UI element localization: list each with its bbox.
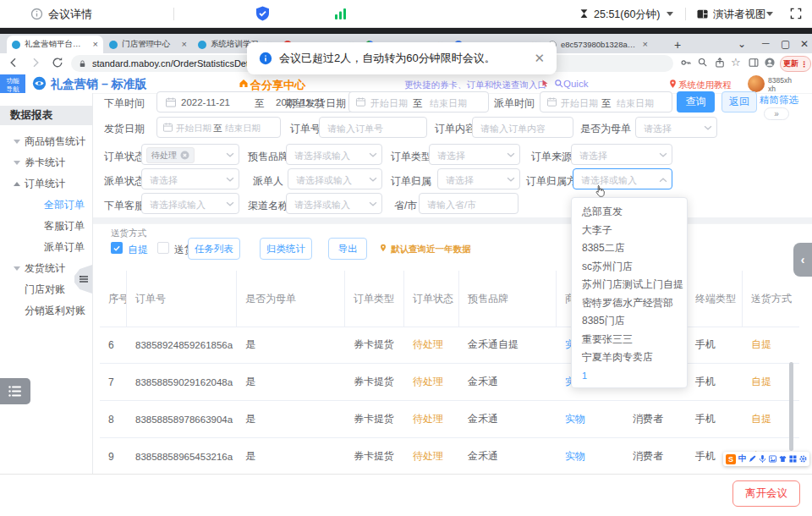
reload-icon[interactable] bbox=[51, 56, 64, 69]
shirt-icon[interactable] bbox=[779, 455, 787, 463]
dropdown-option[interactable]: 8385二店 bbox=[572, 239, 687, 258]
table-scrollbar[interactable] bbox=[789, 362, 793, 451]
pickup-checkbox[interactable] bbox=[111, 242, 123, 254]
forward-icon[interactable] bbox=[29, 56, 42, 69]
browser-update-button[interactable]: 更新⋮ bbox=[780, 56, 811, 72]
meeting-timer[interactable]: 25:51(60分钟) bbox=[594, 8, 661, 22]
collapse-filter-chevrons-icon[interactable]: » bbox=[764, 107, 789, 120]
dropdown-option[interactable]: 重要张三三 bbox=[572, 331, 687, 349]
sidebar-item[interactable]: 全部订单 bbox=[0, 195, 92, 216]
table-row[interactable]: 6 83858924859261856a 是 券卡提货 待处理 金禾通自提 实物… bbox=[100, 327, 799, 364]
function-nav-button[interactable]: 功能 导航 bbox=[0, 74, 25, 93]
zoom-icon[interactable] bbox=[697, 57, 709, 69]
back-button[interactable]: 返回 bbox=[721, 91, 757, 113]
order-source-select[interactable]: 请选择 bbox=[571, 144, 672, 165]
view-mode-button[interactable]: 演讲者视图 bbox=[713, 8, 766, 22]
browser-tab[interactable]: 礼盒营销平台管理中心 × bbox=[7, 36, 103, 53]
timer-dropdown-icon[interactable] bbox=[667, 12, 673, 16]
input-method-toolbar[interactable]: S 中 bbox=[723, 452, 809, 466]
sidebar-item[interactable]: 分销返利对账 bbox=[0, 300, 92, 321]
browser-tab[interactable]: e8c573980b1328a258fd2e6f8 × bbox=[543, 36, 653, 53]
tab-close-icon[interactable]: × bbox=[182, 40, 187, 49]
expect-date-range-input[interactable]: 开始日期 至 结束日期 bbox=[348, 91, 489, 113]
bookmark-star-icon[interactable]: ☆ bbox=[731, 56, 741, 69]
province-input[interactable]: 请输入省/市 bbox=[419, 193, 518, 214]
mic-icon[interactable] bbox=[759, 455, 766, 463]
search-button[interactable]: 查询 bbox=[677, 91, 715, 113]
share-icon[interactable] bbox=[714, 57, 726, 69]
dropdown-option[interactable]: 总部直发 bbox=[572, 203, 687, 222]
profile-avatar-icon[interactable] bbox=[764, 57, 776, 69]
sogou-logo[interactable]: S bbox=[726, 454, 736, 464]
key-icon[interactable] bbox=[680, 57, 692, 69]
browser-tab[interactable]: 门店管理中心 × bbox=[104, 36, 192, 53]
order-belong-party-select[interactable]: 请选择或输入 bbox=[573, 168, 672, 189]
export-button[interactable]: 导出 bbox=[328, 238, 367, 260]
grid-icon[interactable] bbox=[789, 455, 797, 463]
task-list-button[interactable]: 任务列表 bbox=[188, 238, 240, 260]
pen-icon[interactable] bbox=[749, 455, 756, 463]
order-content-input[interactable]: 请输入订单内容 bbox=[472, 117, 573, 138]
dropdown-option[interactable]: 大李子 bbox=[572, 222, 687, 240]
chevron-down-icon bbox=[226, 152, 234, 158]
fullscreen-icon[interactable] bbox=[789, 7, 803, 20]
order-status-select[interactable]: 待处理 bbox=[141, 144, 239, 165]
dropdown-option[interactable]: sc苏州门店 bbox=[572, 258, 687, 277]
tab-close-icon[interactable]: × bbox=[93, 40, 98, 49]
sidebar-item[interactable]: 客服订单 bbox=[0, 216, 92, 237]
sidebar-item[interactable]: 订单统计 bbox=[0, 173, 92, 195]
status-tag[interactable]: 待处理 bbox=[146, 147, 195, 163]
cell-goods-link[interactable]: 实物 bbox=[557, 438, 624, 475]
tab-close-icon[interactable]: × bbox=[643, 40, 648, 49]
user-name-line2: xh bbox=[768, 85, 792, 93]
sidebar-item[interactable]: 派单订单 bbox=[0, 237, 92, 258]
dropdown-option[interactable]: 宁夏羊肉专卖店 bbox=[572, 349, 687, 367]
sidebar-item[interactable]: 商品销售统计 bbox=[0, 131, 92, 152]
sidebar-item[interactable]: 券卡统计 bbox=[0, 152, 92, 173]
channel-select[interactable]: 请选择或输入 bbox=[286, 193, 382, 214]
gear-icon[interactable] bbox=[799, 455, 807, 463]
deliver-checkbox[interactable] bbox=[157, 242, 169, 254]
meeting-list-button[interactable] bbox=[0, 378, 30, 404]
picture-icon[interactable] bbox=[769, 455, 776, 463]
order-agent-select[interactable]: 请选择或输入 bbox=[141, 193, 239, 214]
tutorial-link[interactable]: 系统使用教程 bbox=[678, 80, 732, 91]
cell-goods-link[interactable]: 实物 bbox=[557, 401, 624, 437]
chinese-mode-icon[interactable]: 中 bbox=[738, 453, 747, 464]
dropdown-option[interactable]: 苏州门店测试上门自提 bbox=[572, 276, 687, 294]
meeting-details-button[interactable]: 会议详情 bbox=[48, 7, 92, 22]
window-restore-icon[interactable]: ▢ bbox=[781, 38, 790, 50]
side-panel-icon[interactable] bbox=[748, 57, 760, 69]
panel-expand-handle[interactable]: ‹ bbox=[793, 243, 812, 277]
table-row[interactable]: 8 83858858978663904a 是 券卡提货 待处理 金禾通 实物 消… bbox=[100, 401, 799, 438]
new-tab-button[interactable]: + bbox=[674, 38, 681, 52]
dropdown-option[interactable]: 密特罗德水产经营部 bbox=[572, 294, 687, 313]
window-close-icon[interactable]: ✕ bbox=[800, 38, 809, 50]
tag-close-icon[interactable] bbox=[180, 151, 189, 160]
dispatcher-select[interactable]: 请选择或输入 bbox=[288, 168, 382, 189]
order-belong-select[interactable]: 请选择 bbox=[437, 168, 520, 189]
toast-close-icon[interactable]: ✕ bbox=[534, 51, 545, 66]
back-icon[interactable] bbox=[7, 56, 20, 69]
window-menu-icon[interactable]: ⌄ bbox=[738, 38, 746, 50]
dropdown-option[interactable]: 8385门店 bbox=[572, 312, 687, 331]
user-avatar[interactable] bbox=[748, 75, 765, 92]
is-parent-select[interactable]: 请选择 bbox=[635, 117, 717, 138]
dispatch-time-range-input[interactable]: 开始日期 至 结束日期 bbox=[540, 91, 672, 113]
simple-filter-link[interactable]: 精简筛选 bbox=[760, 94, 798, 107]
table-row[interactable]: 9 83858858965453216a 是 券卡提货 待处理 金禾通 实物 消… bbox=[100, 438, 799, 475]
quick-link[interactable]: Quick bbox=[563, 79, 588, 89]
view-dropdown-icon[interactable] bbox=[766, 12, 773, 16]
leave-meeting-button[interactable]: 离开会议 bbox=[732, 480, 800, 507]
ship-date-range-input[interactable]: 开始日期 至 结束日期 bbox=[156, 117, 281, 138]
window-minimize-icon[interactable]: ─ bbox=[762, 37, 770, 49]
order-type-select[interactable]: 请选择 bbox=[429, 144, 520, 165]
dispatch-status-select[interactable]: 请选择 bbox=[141, 168, 239, 189]
dropdown-pagination[interactable]: 1 bbox=[582, 371, 587, 381]
order-no-input[interactable]: 请输入订单号 bbox=[319, 117, 427, 138]
table-row[interactable]: 7 83858859029162048a 是 券卡提货 待处理 金禾通 实物 消… bbox=[100, 364, 799, 401]
presale-brand-select[interactable]: 请选择或输入 bbox=[286, 144, 382, 165]
classify-stat-button[interactable]: 归类统计 bbox=[260, 238, 312, 260]
pickup-checkbox-label[interactable]: 自提 bbox=[128, 243, 148, 257]
cell-is-parent: 是 bbox=[237, 401, 345, 437]
